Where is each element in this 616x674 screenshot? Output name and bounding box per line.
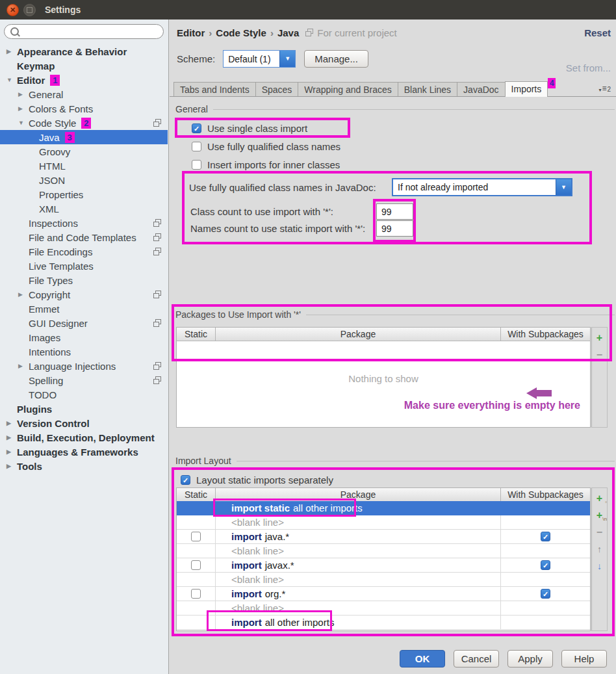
sidebar-item-version-control[interactable]: ▶Version Control [0,416,168,430]
sidebar-item-intentions[interactable]: Intentions [0,344,168,359]
sidebar-item-appearance-behavior[interactable]: ▶Appearance & Behavior [0,44,168,58]
sidebar-item-tools[interactable]: ▶Tools [0,459,168,473]
sidebar-item-spelling[interactable]: Spelling [0,373,168,387]
checkbox-unchecked[interactable] [192,142,201,151]
import-row-import-all-other-imports[interactable]: importall other imports [177,616,590,630]
javadoc-select[interactable]: If not already imported ▼ [392,178,572,196]
sidebar-item-groovy[interactable]: Groovy [0,144,168,159]
checkbox-checked[interactable] [181,475,190,485]
sidebar-item-inspections[interactable]: Inspections [0,216,168,230]
sidebar-item-copyright[interactable]: ▶Copyright [0,287,168,302]
sidebar-item-file-types[interactable]: File Types [0,273,168,287]
import-row-blank-line[interactable]: <blank line> [177,573,590,587]
sidebar-item-json[interactable]: JSON [0,173,168,187]
checkbox-unchecked[interactable] [191,560,201,570]
tab-list-icon[interactable]: ▾ ≡ 2 [598,84,611,93]
import-row-import-org[interactable]: importorg.* [177,587,590,601]
sidebar-item-code-style[interactable]: ▼Code Style2 [0,116,168,130]
apply-button[interactable]: Apply [507,650,553,668]
add-blank-line-button[interactable]: +\n [593,508,606,522]
right-arrow-icon[interactable]: ▶ [6,434,17,441]
search-input[interactable] [4,24,164,39]
import-row-import-static-all-other-imports[interactable]: import staticall other imports [177,501,590,515]
tab-imports[interactable]: Imports4 [505,81,548,97]
tab-tabs-and-indents[interactable]: Tabs and Indents [173,82,256,96]
scheme-select[interactable]: Default (1) ▼ [223,50,296,68]
right-arrow-icon[interactable]: ▶ [18,91,29,97]
set-from-link[interactable]: Set from... [566,62,611,73]
sidebar-item-file-encodings[interactable]: File Encodings [0,244,168,259]
right-arrow-icon[interactable]: ▶ [18,363,29,369]
sidebar-item-plugins[interactable]: Plugins [0,402,168,416]
checkbox-checked[interactable] [541,589,550,599]
breadcrumb-item[interactable]: Code Style [216,27,266,38]
reset-link[interactable]: Reset [584,27,611,38]
names-count-field[interactable]: 99 [376,220,413,237]
sidebar-item-language-injections[interactable]: ▶Language Injections [0,359,168,373]
right-arrow-icon[interactable]: ▶ [6,463,17,469]
down-arrow-icon[interactable]: ▼ [18,120,29,126]
tab-wrapping-and-braces[interactable]: Wrapping and Braces [298,82,398,96]
cancel-button[interactable]: Cancel [454,650,499,668]
import-row-blank-line[interactable]: <blank line> [177,544,590,558]
sidebar-item-todo[interactable]: TODO [0,387,168,402]
sidebar-item-editor[interactable]: ▼Editor1 [0,73,168,87]
column-header-static[interactable]: Static [177,328,215,341]
right-arrow-icon[interactable]: ▶ [6,48,17,55]
import-row-blank-line[interactable]: <blank line> [177,515,590,530]
checkbox-checked[interactable] [541,560,550,570]
layout-static-separately-checkbox-row[interactable]: Layout static imports separately [181,473,333,486]
maximize-button[interactable] [23,4,36,16]
checkbox-unchecked[interactable] [191,589,201,599]
sidebar-item-xml[interactable]: XML [0,201,168,216]
move-up-button[interactable]: ↑ [593,542,606,556]
column-header-package[interactable]: Package [215,488,500,501]
sidebar-item-file-and-code-templates[interactable]: File and Code Templates [0,230,168,244]
breadcrumb-item[interactable]: Editor [177,27,205,38]
sidebar-item-general[interactable]: ▶General [0,87,168,101]
sidebar-item-gui-designer[interactable]: GUI Designer [0,316,168,330]
checkbox-unchecked[interactable] [191,532,201,541]
class-count-field[interactable]: 99 [376,203,413,220]
chevron-down-icon[interactable]: ▼ [556,179,571,195]
right-arrow-icon[interactable]: ▶ [6,448,17,455]
down-arrow-icon[interactable]: ▼ [6,77,17,83]
column-header-with-subpackages[interactable]: With Subpackages [500,328,590,341]
sidebar-item-build-execution-deployment[interactable]: ▶Build, Execution, Deployment [0,430,168,445]
checkbox-row-use-fully-qualified-class-names[interactable]: Use fully qualified class names [192,140,340,153]
column-header-static[interactable]: Static [177,488,215,501]
sidebar-item-colors-fonts[interactable]: ▶Colors & Fonts [0,101,168,116]
right-arrow-icon[interactable]: ▶ [18,105,29,112]
sidebar-item-keymap[interactable]: Keymap [0,58,168,73]
column-header-with-subpackages[interactable]: With Subpackages [500,488,590,501]
ok-button[interactable]: OK [400,650,445,668]
column-header-package[interactable]: Package [215,328,500,341]
help-button[interactable]: Help [561,650,607,668]
sidebar-item-emmet[interactable]: Emmet [0,302,168,316]
manage-button[interactable]: Manage... [304,50,368,68]
checkbox-row-insert-imports-for-inner-classes[interactable]: Insert imports for inner classes [192,158,340,171]
breadcrumb-item[interactable]: Java [277,27,299,38]
tab-blank-lines[interactable]: Blank Lines [398,82,457,96]
close-button[interactable]: ✕ [6,4,19,16]
remove-button[interactable]: − [593,525,606,539]
checkbox-checked[interactable] [541,532,550,541]
remove-button[interactable]: − [593,348,606,361]
sidebar-item-java[interactable]: Java3 [0,130,168,144]
sidebar-item-properties[interactable]: Properties [0,187,168,201]
chevron-down-icon[interactable]: ▼ [279,51,295,67]
right-arrow-icon[interactable]: ▶ [18,291,29,298]
import-row-import-java[interactable]: importjava.* [177,530,590,544]
tab-spaces[interactable]: Spaces [255,82,299,96]
import-row-import-javax[interactable]: importjavax.* [177,558,590,573]
tab-javadoc[interactable]: JavaDoc [457,82,505,96]
right-arrow-icon[interactable]: ▶ [6,420,17,426]
sidebar-item-live-templates[interactable]: Live Templates [0,259,168,273]
sidebar-item-html[interactable]: HTML [0,159,168,173]
sidebar-item-images[interactable]: Images [0,330,168,344]
checkbox-checked[interactable] [192,123,201,133]
add-package-button[interactable]: +▫ [593,491,606,505]
move-down-button[interactable]: ↓ [593,559,606,573]
sidebar-item-languages-frameworks[interactable]: ▶Languages & Frameworks [0,445,168,459]
checkbox-row-use-single-class-import[interactable]: Use single class import [192,122,307,135]
